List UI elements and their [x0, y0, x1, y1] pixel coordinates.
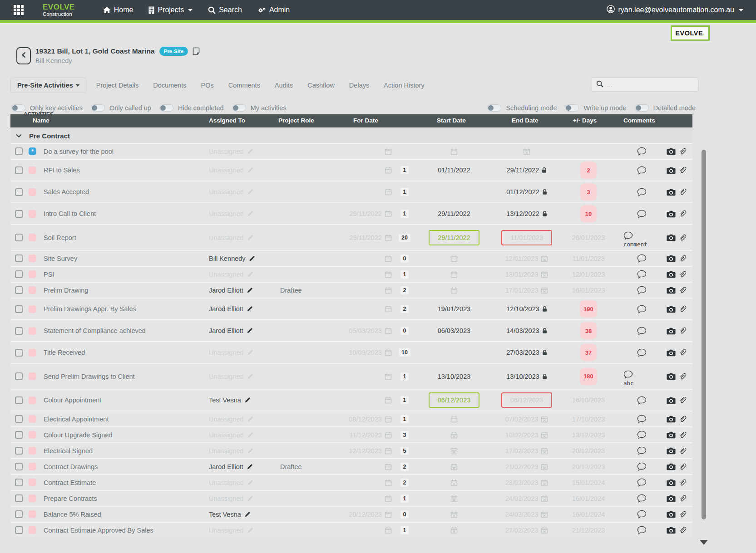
filter-hide-completed-toggle[interactable] [159, 104, 173, 112]
assigned-to[interactable]: Unassigned [209, 181, 253, 202]
for-date-cell[interactable] [301, 267, 392, 282]
calendar-icon[interactable] [385, 479, 392, 486]
camera-icon[interactable] [667, 327, 676, 335]
for-date-cell[interactable] [301, 144, 392, 159]
calendar-x-icon[interactable] [450, 479, 458, 486]
for-date-cell[interactable]: 10/09/2023 [301, 342, 392, 363]
row-checkbox[interactable] [15, 510, 23, 518]
for-date-cell[interactable] [301, 283, 392, 298]
calendar-icon[interactable] [385, 463, 392, 470]
tab-project-details[interactable]: Project Details [89, 78, 146, 93]
tab-comments[interactable]: Comments [221, 78, 267, 93]
nav-projects[interactable]: Projects [148, 6, 193, 14]
chevron-down-icon[interactable] [16, 133, 22, 139]
paperclip-icon[interactable] [679, 431, 687, 439]
calendar-x-icon[interactable] [541, 447, 548, 455]
paperclip-icon[interactable] [679, 188, 687, 196]
calendar-icon[interactable] [385, 188, 392, 196]
camera-icon[interactable] [667, 147, 676, 155]
scroll-down-arrow-icon[interactable] [700, 540, 708, 545]
for-date-cell[interactable] [301, 364, 392, 389]
calendar-x-icon[interactable] [450, 511, 458, 518]
calendar-x-icon[interactable] [541, 416, 548, 423]
end-date-input[interactable]: 06/12/2023 [501, 392, 552, 408]
calendar-x-icon[interactable] [541, 495, 548, 502]
calendar-x-icon[interactable] [450, 527, 458, 534]
paperclip-icon[interactable] [679, 447, 687, 455]
back-button[interactable] [16, 47, 31, 64]
camera-icon[interactable] [667, 494, 676, 502]
for-date-cell[interactable]: 29/11/2022 [301, 203, 392, 224]
for-date-cell[interactable]: 20/12/2023 [301, 507, 392, 522]
camera-icon[interactable] [667, 510, 676, 518]
assigned-to[interactable]: Test Vesna [209, 507, 251, 522]
row-checkbox[interactable] [15, 286, 23, 294]
row-checkbox[interactable] [15, 305, 23, 313]
camera-icon[interactable] [667, 305, 676, 313]
for-date-cell[interactable] [301, 475, 392, 490]
for-date-cell[interactable]: 11/12/2023 [301, 427, 392, 442]
calendar-x-icon[interactable] [450, 431, 458, 439]
calendar-icon[interactable] [385, 511, 392, 518]
camera-icon[interactable] [667, 270, 676, 278]
for-date-cell[interactable] [301, 459, 392, 474]
paperclip-icon[interactable] [679, 415, 687, 423]
scrollbar-thumb[interactable] [702, 150, 706, 519]
comment-button[interactable] [623, 507, 660, 522]
calendar-icon[interactable] [385, 166, 392, 174]
start-date-input[interactable]: 29/11/2022 [429, 230, 479, 245]
row-checkbox[interactable] [15, 447, 23, 455]
camera-icon[interactable] [667, 286, 676, 294]
row-checkbox[interactable] [15, 254, 23, 262]
paperclip-icon[interactable] [679, 305, 687, 313]
calendar-x-icon[interactable] [450, 495, 458, 502]
paperclip-icon[interactable] [679, 254, 687, 263]
mode-write-up-mode-toggle[interactable] [565, 104, 579, 112]
filter-my-activities-toggle[interactable] [232, 104, 246, 112]
comment-button[interactable] [623, 342, 660, 363]
paperclip-icon[interactable] [679, 372, 687, 381]
calendar-x-icon[interactable] [541, 463, 548, 470]
calendar-x-icon[interactable] [450, 447, 458, 455]
row-checkbox[interactable] [15, 396, 23, 404]
end-date-input[interactable]: 11/01/2023 [501, 230, 552, 245]
table-search[interactable] [591, 77, 699, 92]
comment-button[interactable] [623, 443, 660, 458]
assigned-to[interactable]: Jarod Elliott [209, 320, 253, 341]
row-checkbox[interactable] [15, 147, 23, 155]
paperclip-icon[interactable] [679, 210, 687, 218]
calendar-icon[interactable] [385, 495, 392, 502]
comment-button[interactable] [623, 267, 660, 282]
comment-button[interactable] [623, 251, 660, 266]
paperclip-icon[interactable] [679, 270, 687, 279]
row-checkbox[interactable] [15, 234, 23, 241]
row-checkbox[interactable] [15, 188, 23, 196]
row-checkbox[interactable] [15, 463, 23, 470]
row-checkbox[interactable] [15, 270, 23, 278]
calendar-icon[interactable] [385, 349, 392, 356]
for-date-cell[interactable] [301, 390, 392, 411]
tab-pre-site-activities[interactable]: Pre-Site Activities [10, 78, 86, 93]
calendar-icon[interactable] [385, 327, 392, 334]
paperclip-icon[interactable] [679, 234, 687, 242]
for-date-cell[interactable]: 05/03/2023 [301, 320, 392, 341]
calendar-icon[interactable] [385, 287, 392, 294]
paperclip-icon[interactable] [679, 348, 687, 357]
assigned-to[interactable]: Unassigned [209, 523, 253, 538]
calendar-x-icon[interactable] [541, 431, 548, 439]
assigned-to[interactable]: Jarod Elliott [209, 299, 253, 319]
comment-button[interactable] [623, 475, 660, 490]
camera-icon[interactable] [667, 415, 676, 423]
tab-documents[interactable]: Documents [146, 78, 193, 93]
tab-action-history[interactable]: Action History [376, 78, 431, 93]
for-date-cell[interactable] [301, 523, 392, 538]
assigned-to[interactable]: Unassigned [209, 427, 253, 442]
for-date-cell[interactable] [301, 181, 392, 202]
calendar-x-icon[interactable] [450, 463, 458, 470]
calendar-x-icon[interactable] [541, 511, 548, 518]
assigned-to[interactable]: Unassigned [209, 411, 253, 426]
calendar-icon[interactable] [450, 287, 458, 294]
paperclip-icon[interactable] [679, 286, 687, 294]
row-checkbox[interactable] [15, 372, 23, 380]
paperclip-icon[interactable] [679, 166, 687, 174]
